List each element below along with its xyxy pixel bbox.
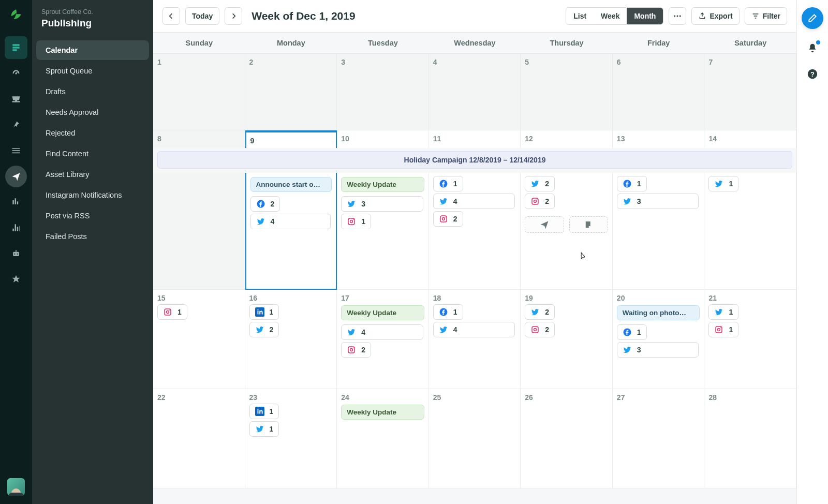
calendar-cell[interactable]: Announce start o…24 <box>245 173 337 290</box>
post-chip-tw[interactable]: 4 <box>433 194 515 209</box>
notifications-icon[interactable] <box>806 41 819 55</box>
view-month[interactable]: Month <box>627 8 663 24</box>
calendar-cell-top[interactable]: 9 <box>245 130 337 148</box>
sidebar-item-post-via-rss[interactable]: Post via RSS <box>36 206 149 226</box>
calendar-cell[interactable] <box>153 173 245 290</box>
calendar-cell-top[interactable]: 13 <box>613 130 705 148</box>
more-menu-button[interactable] <box>669 7 686 25</box>
sidebar-item-sprout-queue[interactable]: Sprout Queue <box>36 61 149 81</box>
sidebar-item-find-content[interactable]: Find Content <box>36 144 149 164</box>
post-chip-tw[interactable]: 4 <box>250 214 331 229</box>
post-chip-fb[interactable]: 2 <box>250 196 280 212</box>
post-chip-tw[interactable]: 3 <box>617 194 699 209</box>
calendar-cell[interactable]: 13 <box>613 173 705 290</box>
rail-reports-icon[interactable] <box>5 216 27 239</box>
calendar-cell-top[interactable]: 12 <box>521 130 613 148</box>
calendar-cell[interactable]: Weekly Update31 <box>337 173 429 290</box>
calendar-cell-top[interactable]: 8 <box>153 130 245 148</box>
calendar-cell[interactable]: 22 <box>153 389 245 488</box>
calendar-cell[interactable]: 24Weekly Update <box>337 389 429 488</box>
sidebar-item-calendar[interactable]: Calendar <box>36 40 149 60</box>
calendar-cell[interactable]: 1922 <box>521 290 613 389</box>
post-chip-tw[interactable]: 4 <box>433 322 515 337</box>
post-chip-ig[interactable]: 2 <box>525 194 555 209</box>
rail-publishing-icon[interactable] <box>5 166 27 187</box>
cell-note[interactable]: Weekly Update <box>341 305 424 320</box>
view-list[interactable]: List <box>566 8 594 24</box>
calendar-cell[interactable]: 3 <box>337 54 429 130</box>
cell-note[interactable]: Weekly Update <box>341 405 424 420</box>
post-chip-tw[interactable]: 1 <box>708 176 738 191</box>
post-chip-fb[interactable]: 1 <box>617 324 647 340</box>
post-chip-ig[interactable]: 1 <box>341 214 371 229</box>
cell-note[interactable]: Waiting on photo… <box>617 305 700 320</box>
sidebar-item-rejected[interactable]: Rejected <box>36 123 149 143</box>
compose-fab[interactable] <box>802 7 823 29</box>
today-button[interactable]: Today <box>185 7 219 25</box>
calendar-cell[interactable]: 142 <box>429 173 521 290</box>
calendar-cell[interactable]: 26 <box>521 389 613 488</box>
sidebar-item-failed-posts[interactable]: Failed Posts <box>36 227 149 246</box>
calendar-cell[interactable]: 151 <box>153 290 245 389</box>
prev-button[interactable] <box>162 7 180 25</box>
calendar-cell[interactable]: 2 <box>245 54 337 130</box>
rail-compose-icon[interactable] <box>5 36 27 59</box>
post-chip-tw[interactable]: 1 <box>708 304 738 320</box>
calendar-cell[interactable]: 5 <box>521 54 613 130</box>
post-chip-tw[interactable]: 2 <box>249 322 279 337</box>
rail-speedometer-icon[interactable] <box>5 62 27 85</box>
post-chip-li[interactable]: 1 <box>249 404 279 419</box>
post-chip-ig[interactable]: 1 <box>708 322 738 337</box>
cell-note[interactable]: Weekly Update <box>341 177 424 192</box>
post-chip-fb[interactable]: 1 <box>433 304 463 320</box>
post-chip-li[interactable]: 1 <box>249 304 279 320</box>
sidebar-item-asset-library[interactable]: Asset Library <box>36 165 149 184</box>
post-chip-tw[interactable]: 2 <box>525 304 555 320</box>
calendar-cell-top[interactable]: 10 <box>337 130 429 148</box>
sidebar-item-drafts[interactable]: Drafts <box>36 82 149 101</box>
rail-inbox-icon[interactable] <box>5 88 27 111</box>
calendar-cell[interactable]: 22 <box>521 173 613 290</box>
next-button[interactable] <box>225 7 242 25</box>
calendar-cell[interactable]: 25 <box>429 389 521 488</box>
sidebar-item-needs-approval[interactable]: Needs Approval <box>36 102 149 122</box>
rail-analytics-icon[interactable] <box>5 190 27 213</box>
rail-pin-icon[interactable] <box>5 114 27 137</box>
calendar-cell[interactable]: 1 <box>153 54 245 130</box>
post-chip-ig[interactable]: 2 <box>525 322 555 337</box>
calendar-cell-top[interactable]: 14 <box>704 130 796 148</box>
post-chip-fb[interactable]: 1 <box>433 176 463 191</box>
quick-note-button[interactable] <box>569 216 608 233</box>
calendar-cell[interactable]: 20Waiting on photo…13 <box>613 290 705 389</box>
calendar-cell[interactable]: 1612 <box>245 290 337 389</box>
filter-button[interactable]: Filter <box>745 7 787 25</box>
export-button[interactable]: Export <box>691 7 739 25</box>
post-chip-tw[interactable]: 3 <box>617 342 699 358</box>
calendar-cell[interactable]: 4 <box>429 54 521 130</box>
calendar-cell-top[interactable]: 11 <box>429 130 521 148</box>
sidebar-item-instagram-notifications[interactable]: Instagram Notifications <box>36 185 149 205</box>
post-chip-ig[interactable]: 2 <box>433 211 463 227</box>
help-icon[interactable]: ? <box>806 67 819 81</box>
calendar-cell[interactable]: 1 <box>704 173 796 290</box>
post-chip-fb[interactable]: 1 <box>617 176 647 191</box>
campaign-banner[interactable]: Holiday Campaign 12/8/2019 – 12/14/2019 <box>153 148 796 173</box>
rail-star-icon[interactable] <box>5 268 27 291</box>
view-week[interactable]: Week <box>594 8 627 24</box>
cell-note[interactable]: Announce start o… <box>250 177 332 192</box>
calendar-cell[interactable]: 1814 <box>429 290 521 389</box>
rail-feed-icon[interactable] <box>5 140 27 162</box>
post-chip-tw[interactable]: 1 <box>249 421 279 437</box>
calendar-cell[interactable]: 7 <box>704 54 796 130</box>
calendar-cell[interactable]: 17Weekly Update42 <box>337 290 429 389</box>
post-chip-tw[interactable]: 2 <box>525 176 555 191</box>
post-chip-ig[interactable]: 2 <box>341 342 371 358</box>
calendar-cell[interactable]: 2111 <box>704 290 796 389</box>
post-chip-tw[interactable]: 4 <box>341 324 423 340</box>
user-avatar[interactable] <box>7 478 25 496</box>
quick-send-button[interactable] <box>525 216 564 233</box>
calendar-cell[interactable]: 27 <box>613 389 705 488</box>
post-chip-ig[interactable]: 1 <box>157 304 187 320</box>
calendar-cell[interactable]: 28 <box>704 389 796 488</box>
calendar-cell[interactable]: 2311 <box>245 389 337 488</box>
